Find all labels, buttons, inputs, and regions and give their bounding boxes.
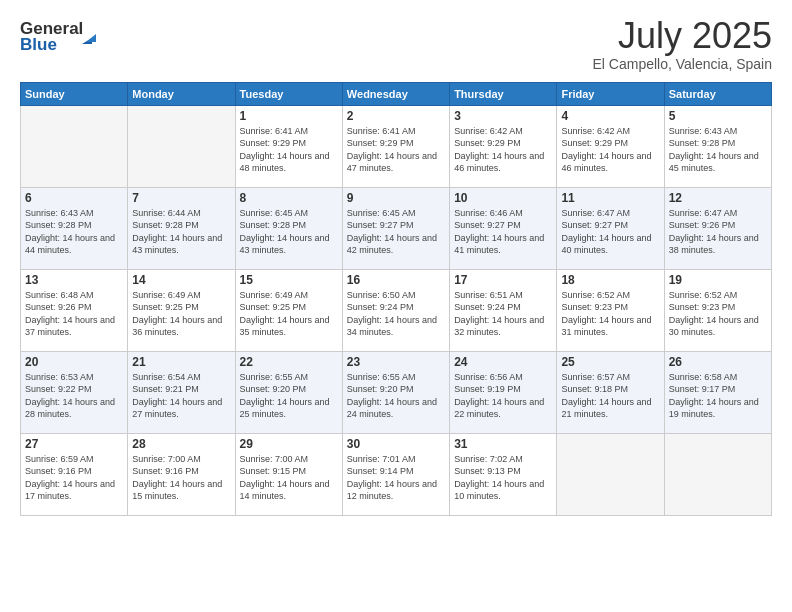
day-number: 3: [454, 109, 552, 123]
day-cell: 6Sunrise: 6:43 AMSunset: 9:28 PMDaylight…: [21, 187, 128, 269]
day-info: Sunrise: 7:00 AMSunset: 9:15 PMDaylight:…: [240, 453, 338, 503]
day-cell: 2Sunrise: 6:41 AMSunset: 9:29 PMDaylight…: [342, 105, 449, 187]
day-number: 2: [347, 109, 445, 123]
col-thursday: Thursday: [450, 82, 557, 105]
week-row-4: 20Sunrise: 6:53 AMSunset: 9:22 PMDayligh…: [21, 351, 772, 433]
day-number: 14: [132, 273, 230, 287]
col-friday: Friday: [557, 82, 664, 105]
day-number: 31: [454, 437, 552, 451]
day-cell: 19Sunrise: 6:52 AMSunset: 9:23 PMDayligh…: [664, 269, 771, 351]
day-info: Sunrise: 6:49 AMSunset: 9:25 PMDaylight:…: [240, 289, 338, 339]
logo: General Blue: [20, 16, 100, 54]
day-cell: 26Sunrise: 6:58 AMSunset: 9:17 PMDayligh…: [664, 351, 771, 433]
day-number: 10: [454, 191, 552, 205]
day-number: 1: [240, 109, 338, 123]
day-number: 26: [669, 355, 767, 369]
day-number: 9: [347, 191, 445, 205]
day-number: 25: [561, 355, 659, 369]
day-info: Sunrise: 6:42 AMSunset: 9:29 PMDaylight:…: [561, 125, 659, 175]
day-info: Sunrise: 6:52 AMSunset: 9:23 PMDaylight:…: [561, 289, 659, 339]
col-tuesday: Tuesday: [235, 82, 342, 105]
day-cell: [128, 105, 235, 187]
day-info: Sunrise: 6:48 AMSunset: 9:26 PMDaylight:…: [25, 289, 123, 339]
day-info: Sunrise: 6:45 AMSunset: 9:27 PMDaylight:…: [347, 207, 445, 257]
day-number: 4: [561, 109, 659, 123]
day-number: 15: [240, 273, 338, 287]
day-info: Sunrise: 6:53 AMSunset: 9:22 PMDaylight:…: [25, 371, 123, 421]
day-cell: 13Sunrise: 6:48 AMSunset: 9:26 PMDayligh…: [21, 269, 128, 351]
day-cell: 23Sunrise: 6:55 AMSunset: 9:20 PMDayligh…: [342, 351, 449, 433]
page: General Blue July 2025 El Campello, Vale…: [0, 0, 792, 612]
day-cell: 11Sunrise: 6:47 AMSunset: 9:27 PMDayligh…: [557, 187, 664, 269]
day-cell: 30Sunrise: 7:01 AMSunset: 9:14 PMDayligh…: [342, 433, 449, 515]
day-cell: 10Sunrise: 6:46 AMSunset: 9:27 PMDayligh…: [450, 187, 557, 269]
day-info: Sunrise: 6:55 AMSunset: 9:20 PMDaylight:…: [347, 371, 445, 421]
day-cell: 20Sunrise: 6:53 AMSunset: 9:22 PMDayligh…: [21, 351, 128, 433]
day-info: Sunrise: 6:42 AMSunset: 9:29 PMDaylight:…: [454, 125, 552, 175]
day-info: Sunrise: 6:58 AMSunset: 9:17 PMDaylight:…: [669, 371, 767, 421]
day-cell: [557, 433, 664, 515]
day-info: Sunrise: 6:47 AMSunset: 9:27 PMDaylight:…: [561, 207, 659, 257]
day-cell: 15Sunrise: 6:49 AMSunset: 9:25 PMDayligh…: [235, 269, 342, 351]
day-number: 24: [454, 355, 552, 369]
day-info: Sunrise: 6:56 AMSunset: 9:19 PMDaylight:…: [454, 371, 552, 421]
day-info: Sunrise: 6:50 AMSunset: 9:24 PMDaylight:…: [347, 289, 445, 339]
day-cell: 31Sunrise: 7:02 AMSunset: 9:13 PMDayligh…: [450, 433, 557, 515]
header: General Blue July 2025 El Campello, Vale…: [20, 16, 772, 72]
day-info: Sunrise: 6:49 AMSunset: 9:25 PMDaylight:…: [132, 289, 230, 339]
day-cell: 7Sunrise: 6:44 AMSunset: 9:28 PMDaylight…: [128, 187, 235, 269]
day-number: 16: [347, 273, 445, 287]
day-cell: 22Sunrise: 6:55 AMSunset: 9:20 PMDayligh…: [235, 351, 342, 433]
day-number: 7: [132, 191, 230, 205]
header-row: Sunday Monday Tuesday Wednesday Thursday…: [21, 82, 772, 105]
day-info: Sunrise: 6:59 AMSunset: 9:16 PMDaylight:…: [25, 453, 123, 503]
day-cell: 12Sunrise: 6:47 AMSunset: 9:26 PMDayligh…: [664, 187, 771, 269]
col-wednesday: Wednesday: [342, 82, 449, 105]
day-number: 27: [25, 437, 123, 451]
day-number: 20: [25, 355, 123, 369]
day-info: Sunrise: 7:02 AMSunset: 9:13 PMDaylight:…: [454, 453, 552, 503]
day-cell: 1Sunrise: 6:41 AMSunset: 9:29 PMDaylight…: [235, 105, 342, 187]
day-info: Sunrise: 6:41 AMSunset: 9:29 PMDaylight:…: [347, 125, 445, 175]
week-row-5: 27Sunrise: 6:59 AMSunset: 9:16 PMDayligh…: [21, 433, 772, 515]
day-info: Sunrise: 6:46 AMSunset: 9:27 PMDaylight:…: [454, 207, 552, 257]
day-number: 11: [561, 191, 659, 205]
col-monday: Monday: [128, 82, 235, 105]
day-cell: 9Sunrise: 6:45 AMSunset: 9:27 PMDaylight…: [342, 187, 449, 269]
day-cell: 18Sunrise: 6:52 AMSunset: 9:23 PMDayligh…: [557, 269, 664, 351]
week-row-3: 13Sunrise: 6:48 AMSunset: 9:26 PMDayligh…: [21, 269, 772, 351]
day-number: 8: [240, 191, 338, 205]
month-title: July 2025: [592, 16, 772, 56]
day-number: 29: [240, 437, 338, 451]
location-title: El Campello, Valencia, Spain: [592, 56, 772, 72]
day-cell: 29Sunrise: 7:00 AMSunset: 9:15 PMDayligh…: [235, 433, 342, 515]
day-cell: 5Sunrise: 6:43 AMSunset: 9:28 PMDaylight…: [664, 105, 771, 187]
day-info: Sunrise: 7:01 AMSunset: 9:14 PMDaylight:…: [347, 453, 445, 503]
day-cell: [664, 433, 771, 515]
day-number: 13: [25, 273, 123, 287]
day-cell: 4Sunrise: 6:42 AMSunset: 9:29 PMDaylight…: [557, 105, 664, 187]
day-info: Sunrise: 6:54 AMSunset: 9:21 PMDaylight:…: [132, 371, 230, 421]
day-cell: 21Sunrise: 6:54 AMSunset: 9:21 PMDayligh…: [128, 351, 235, 433]
day-info: Sunrise: 6:45 AMSunset: 9:28 PMDaylight:…: [240, 207, 338, 257]
svg-text:Blue: Blue: [20, 35, 57, 54]
day-cell: 3Sunrise: 6:42 AMSunset: 9:29 PMDaylight…: [450, 105, 557, 187]
day-info: Sunrise: 6:57 AMSunset: 9:18 PMDaylight:…: [561, 371, 659, 421]
day-number: 18: [561, 273, 659, 287]
day-cell: 8Sunrise: 6:45 AMSunset: 9:28 PMDaylight…: [235, 187, 342, 269]
col-saturday: Saturday: [664, 82, 771, 105]
day-cell: 17Sunrise: 6:51 AMSunset: 9:24 PMDayligh…: [450, 269, 557, 351]
day-number: 12: [669, 191, 767, 205]
logo-icon: General Blue: [20, 16, 100, 54]
day-number: 30: [347, 437, 445, 451]
day-cell: 27Sunrise: 6:59 AMSunset: 9:16 PMDayligh…: [21, 433, 128, 515]
day-info: Sunrise: 6:51 AMSunset: 9:24 PMDaylight:…: [454, 289, 552, 339]
day-number: 22: [240, 355, 338, 369]
day-cell: 16Sunrise: 6:50 AMSunset: 9:24 PMDayligh…: [342, 269, 449, 351]
day-info: Sunrise: 6:55 AMSunset: 9:20 PMDaylight:…: [240, 371, 338, 421]
calendar-table: Sunday Monday Tuesday Wednesday Thursday…: [20, 82, 772, 516]
day-info: Sunrise: 6:44 AMSunset: 9:28 PMDaylight:…: [132, 207, 230, 257]
day-cell: 24Sunrise: 6:56 AMSunset: 9:19 PMDayligh…: [450, 351, 557, 433]
day-info: Sunrise: 7:00 AMSunset: 9:16 PMDaylight:…: [132, 453, 230, 503]
day-info: Sunrise: 6:41 AMSunset: 9:29 PMDaylight:…: [240, 125, 338, 175]
